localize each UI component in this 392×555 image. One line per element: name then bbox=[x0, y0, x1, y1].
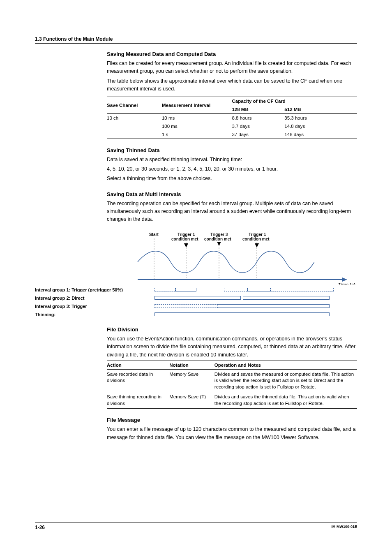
lbl-start: Start bbox=[149, 232, 159, 237]
cell: Memory Save (T) bbox=[169, 392, 214, 409]
capacity-table: Save Channel Measurement Interval Capaci… bbox=[107, 97, 357, 139]
lbl-g3: Interval group 3: Trigger bbox=[35, 304, 146, 309]
cell: Memory Save bbox=[169, 369, 214, 392]
svg-marker-8 bbox=[342, 278, 347, 282]
lbl-time: Time (s) bbox=[338, 282, 355, 284]
track-g2 bbox=[146, 296, 357, 300]
timing-svg: Start Trigger 1 condition met Trigger 3 … bbox=[35, 231, 357, 284]
th-notation: Notation bbox=[169, 361, 214, 369]
section-file-division: File Division You can use the Event/Acti… bbox=[107, 326, 357, 409]
section-thinned: Saving Thinned Data Data is saved at a s… bbox=[107, 147, 357, 183]
cell bbox=[107, 122, 162, 130]
cell: Save thinning recording in divisions bbox=[107, 392, 169, 409]
section-ref: 1.3 Functions of the Main Module bbox=[35, 36, 357, 42]
s1-p1: Files can be created for every measureme… bbox=[107, 60, 357, 76]
doc-id: IM MW100-01E bbox=[331, 525, 357, 530]
lbl-g4: Thinning: bbox=[35, 312, 146, 317]
cell: 10 ch bbox=[107, 113, 162, 122]
s1-title: Saving Measured Data and Computed Data bbox=[107, 51, 357, 57]
lbl-t1d: condition met bbox=[242, 237, 270, 241]
s2-p1: Data is saved at a specified thinning in… bbox=[107, 156, 357, 164]
lbl-g2: Interval group 2: Direct bbox=[35, 296, 146, 301]
page-number: 1-26 bbox=[35, 525, 45, 530]
cell: 10 ms bbox=[162, 113, 232, 122]
cell: 37 days bbox=[232, 130, 284, 139]
th-meas-int: Measurement Interval bbox=[162, 97, 232, 113]
svg-marker-5 bbox=[217, 242, 221, 246]
cell bbox=[107, 130, 162, 139]
timing-diagram: Start Trigger 1 condition met Trigger 3 … bbox=[35, 231, 357, 318]
s4-title: File Division bbox=[107, 326, 357, 333]
lbl-t3b: condition met bbox=[204, 237, 231, 241]
track-g4 bbox=[146, 312, 357, 317]
section-saving-measured: Saving Measured Data and Computed Data F… bbox=[107, 51, 357, 139]
s5-p1: You can enter a file message of up to 12… bbox=[107, 426, 357, 442]
cell: Save recorded data in divisions bbox=[107, 369, 169, 392]
th-512: 512 MB bbox=[284, 105, 337, 114]
lbl-g1: Interval group 1: Trigger (pretrigger 50… bbox=[35, 287, 146, 292]
lbl-t1c: Trigger 1 bbox=[249, 232, 266, 237]
track-g1 bbox=[146, 288, 357, 292]
cell: 3.7 days bbox=[232, 122, 284, 130]
s3-title: Saving Data at Multi Intervals bbox=[107, 191, 357, 197]
s5-title: File Message bbox=[107, 417, 357, 423]
file-division-table: Action Notation Operation and Notes Save… bbox=[107, 361, 357, 409]
cell: 14.8 days bbox=[284, 122, 337, 130]
lbl-t3a: Trigger 3 bbox=[210, 232, 228, 237]
th-action: Action bbox=[107, 361, 169, 369]
s1-p2: The table below shows the approximate in… bbox=[107, 77, 357, 93]
cell: 148 days bbox=[284, 130, 337, 139]
section-file-message: File Message You can enter a file messag… bbox=[107, 417, 357, 442]
section-header: 1.3 Functions of the Main Module bbox=[35, 36, 357, 44]
s2-p3: Select a thinning time from the above ch… bbox=[107, 175, 357, 183]
lbl-t1b: condition met bbox=[171, 237, 198, 241]
lbl-t1a: Trigger 1 bbox=[178, 232, 195, 237]
section-multi-intervals: Saving Data at Multi Intervals The recor… bbox=[107, 191, 357, 224]
page-footer: 1-26 IM MW100-01E bbox=[35, 523, 357, 530]
cell: 8.8 hours bbox=[232, 113, 284, 122]
s4-p1: You can use the Event/Action function, c… bbox=[107, 335, 357, 359]
cell: 100 ms bbox=[162, 122, 232, 130]
track-g3 bbox=[146, 304, 357, 308]
s2-p2: 4, 5, 10, 20, or 30 seconds, or 1, 2, 3,… bbox=[107, 165, 357, 173]
cell: 1 s bbox=[162, 130, 232, 139]
th-capacity: Capacity of the CF Card bbox=[232, 97, 337, 105]
svg-marker-6 bbox=[255, 243, 259, 247]
cell: Divides and saves the measured or comput… bbox=[214, 369, 357, 392]
th-op: Operation and Notes bbox=[214, 361, 357, 369]
svg-marker-4 bbox=[184, 243, 188, 247]
th-save-channel: Save Channel bbox=[107, 97, 162, 113]
s3-p1: The recording operation can be specified… bbox=[107, 200, 357, 224]
cell: 35.3 hours bbox=[284, 113, 337, 122]
cell: Divides and saves the thinned data file.… bbox=[214, 392, 357, 409]
s2-title: Saving Thinned Data bbox=[107, 147, 357, 153]
th-128: 128 MB bbox=[232, 105, 284, 114]
